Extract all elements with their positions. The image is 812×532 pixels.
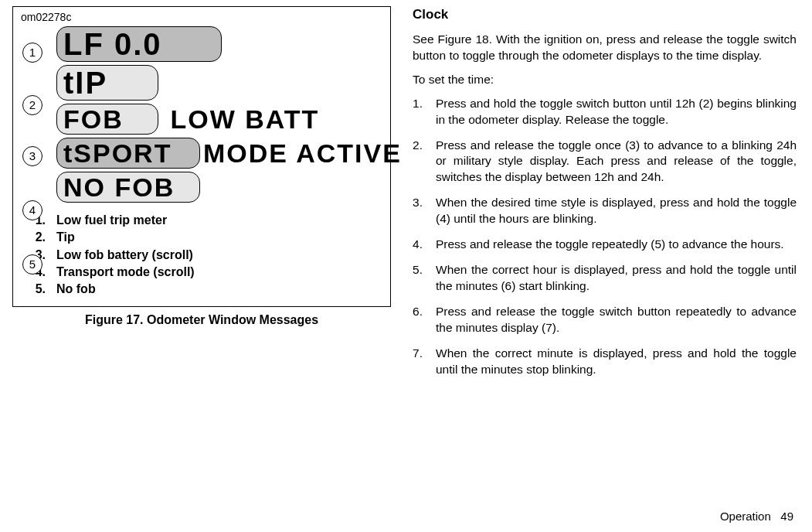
lcd-row-5: NO FOB	[56, 172, 382, 203]
step-item: Press and release the toggle repeatedly …	[413, 237, 797, 253]
lcd-box-2: tIP	[56, 65, 158, 101]
step-item: Press and release the toggle once (3) to…	[413, 138, 797, 186]
legend-num: 2.	[30, 229, 46, 246]
legend-text: Tip	[56, 229, 75, 246]
lcd-box-5: NO FOB	[56, 172, 200, 203]
page-footer: Operation 49	[720, 509, 793, 524]
step-text: Press and release the toggle switch butt…	[436, 304, 797, 336]
callout-badge-3: 3	[22, 146, 42, 166]
step-item: When the correct minute is displayed, pr…	[413, 346, 797, 378]
lcd-side-text: LOW BATT	[161, 106, 319, 132]
lcd-box-text: LF 0.0	[63, 29, 162, 60]
legend-item: 5.No fob	[30, 281, 382, 298]
legend-text: No fob	[56, 281, 96, 298]
step-text: Press and hold the toggle switch button …	[436, 96, 797, 128]
legend-item: 3.Low fob battery (scroll)	[30, 247, 382, 264]
legend-num: 5.	[30, 281, 46, 298]
footer-page: 49	[780, 510, 793, 523]
step-text: When the desired time style is displayed…	[436, 195, 797, 227]
legend-item: 2.Tip	[30, 229, 382, 246]
lcd-box-1: LF 0.0	[56, 26, 222, 62]
lcd-row-2: tIP	[56, 65, 382, 101]
lcd-box-text: tSPORT	[63, 140, 172, 166]
legend-text: Low fuel trip meter	[56, 212, 167, 229]
lcd-row-1: LF 0.0	[56, 26, 382, 62]
step-item: Press and hold the toggle switch button …	[413, 96, 797, 128]
figure-id: om02278c	[21, 10, 382, 25]
callout-badge-1: 1	[22, 43, 42, 63]
step-text: When the correct hour is displayed, pres…	[436, 262, 797, 295]
lcd-stack: LF 0.0tIPFOB LOW BATTtSPORTMODE ACTIVENO…	[56, 26, 382, 203]
steps-list: Press and hold the toggle switch button …	[413, 96, 797, 378]
step-text: When the correct minute is displayed, pr…	[436, 346, 797, 378]
step-item: Press and release the toggle switch butt…	[413, 304, 797, 336]
lcd-row-3: FOB LOW BATT	[56, 104, 382, 135]
section-heading: Clock	[413, 6, 797, 24]
callout-badge-5: 5	[22, 254, 42, 275]
figure-box: om02278c LF 0.0tIPFOB LOW BATTtSPORTMODE…	[12, 6, 391, 307]
legend-text: Transport mode (scroll)	[56, 264, 195, 281]
lcd-box-3: FOB	[56, 104, 158, 135]
step-text: Press and release the toggle once (3) to…	[436, 138, 797, 186]
legend-item: 4.Transport mode (scroll)	[30, 264, 382, 281]
lcd-side-text: MODE ACTIVE	[203, 140, 402, 166]
callout-badge-2: 2	[22, 95, 42, 115]
figure-legend: 1.Low fuel trip meter2.Tip3.Low fob batt…	[21, 212, 382, 298]
lcd-box-text: FOB	[63, 106, 124, 132]
lcd-box-4: tSPORT	[56, 138, 200, 169]
callout-badge-4: 4	[22, 200, 42, 220]
step-item: When the correct hour is displayed, pres…	[413, 262, 797, 295]
figure-caption: Figure 17. Odometer Window Messages	[12, 312, 391, 329]
legend-text: Low fob battery (scroll)	[56, 247, 193, 264]
lcd-box-text: NO FOB	[63, 174, 175, 200]
lcd-row-4: tSPORTMODE ACTIVE	[56, 138, 382, 169]
lcd-box-text: tIP	[63, 67, 107, 98]
step-item: When the desired time style is displayed…	[413, 195, 797, 227]
legend-item: 1.Low fuel trip meter	[30, 212, 382, 229]
step-text: Press and release the toggle repeatedly …	[436, 237, 797, 253]
lead-in: To set the time:	[413, 72, 797, 88]
footer-section: Operation	[720, 510, 771, 523]
intro-paragraph: See Figure 18. With the ignition on, pre…	[413, 32, 797, 64]
